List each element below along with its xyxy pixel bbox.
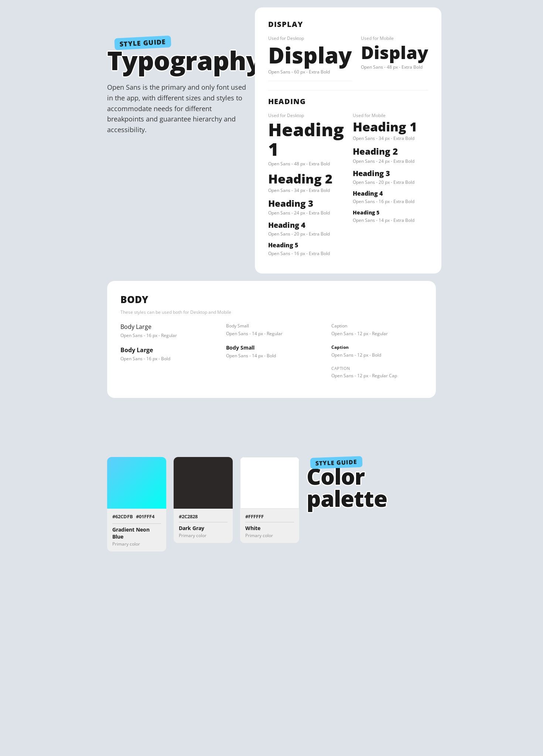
h3-mobile-spec: Open Sans - 20 px - Extra Bold [353,179,428,185]
h4-desktop-text: Heading 4 [268,221,344,229]
color-swatches-row: #62CDFB #01FFF4 Gradient Neon Blue Prima… [107,457,436,551]
body-card: BODY These styles can be used both for D… [107,281,436,398]
caption-regular-label: Caption [331,323,423,329]
color-palette-section: #62CDFB #01FFF4 Gradient Neon Blue Prima… [107,457,436,574]
swatch-white-info: #FFFFFF White Primary color [240,509,299,543]
h2-mobile-text: Heading 2 [353,147,428,156]
body-subtitle: These styles can be used both for Deskto… [120,309,423,315]
h5-desktop-spec: Open Sans - 16 px - Extra Bold [268,250,344,257]
swatch-gradient-role: Primary color [112,541,161,547]
h3-desktop-spec: Open Sans - 24 px - Extra Bold [268,210,344,216]
headings-mobile-used: Used for Mobile [353,112,428,118]
h2-desktop-spec: Open Sans - 34 px - Extra Bold [268,187,344,193]
h1-mobile-text: Heading 1 [353,120,428,134]
swatch-dark-gray-color-block [174,457,233,509]
swatch-gradient-neon-blue: #62CDFB #01FFF4 Gradient Neon Blue Prima… [107,457,166,551]
h2-mobile-spec: Open Sans - 24 px - Extra Bold [353,158,428,164]
spacer [107,405,436,427]
h3-mobile-text: Heading 3 [353,169,428,178]
heading-section: HEADING Used for Desktop Heading 1 Open … [268,96,428,262]
caption-regular-item: Caption Open Sans - 12 px - Regular [331,323,423,337]
h2-desktop-text: Heading 2 [268,172,344,186]
heading-row-h1-desktop: Heading 1 Open Sans - 48 px - Extra Bold [268,120,344,167]
heading-row-h5-mobile: Heading 5 Open Sans - 14 px - Extra Bold [353,210,428,223]
caption-bold-spec: Open Sans - 12 px - Bold [331,352,423,358]
heading-row-h3-mobile: Heading 3 Open Sans - 20 px - Extra Bold [353,169,428,185]
body-small-bold-item: Body Small Open Sans - 14 px - Bold [226,344,317,359]
headings-mobile: Used for Mobile Heading 1 Open Sans - 34… [353,112,428,262]
body-three-col: Body Large Open Sans - 16 px - Regular B… [120,323,423,386]
h5-mobile-text: Heading 5 [353,210,428,215]
swatch-gradient-color-block [107,457,166,509]
body-small-bold-label: Body Small [226,344,317,351]
heading-row-h3-desktop: Heading 3 Open Sans - 24 px - Extra Bold [268,199,344,216]
heading-row-h2-desktop: Heading 2 Open Sans - 34 px - Extra Bold [268,172,344,193]
section-divider [268,90,428,90]
caption-bold-label: Caption [331,344,423,350]
body-col-2: Body Small Open Sans - 14 px - Regular B… [224,323,319,386]
color-palette-title: Color palette [307,465,436,509]
body-small-bold-spec: Open Sans - 14 px - Bold [226,353,317,359]
heading-row-h5-desktop: Heading 5 Open Sans - 16 px - Extra Bold [268,242,344,257]
body-large-bold-text: Body Large [120,346,212,354]
body-large-regular-item: Body Large Open Sans - 16 px - Regular [120,323,212,339]
headings-desktop: Used for Desktop Heading 1 Open Sans - 4… [268,112,344,262]
h1-desktop-text: Heading 1 [268,120,344,159]
heading-row-h4-mobile: Heading 4 Open Sans - 16 px - Extra Bold [353,190,428,205]
left-panel: STYLE GUIDE Typography Open Sans is the … [107,7,247,142]
swatch-white-color-block [240,457,299,509]
swatch-gradient-name: Gradient Neon Blue [112,526,161,540]
display-grid: Used for Desktop Display Open Sans - 60 … [268,35,428,87]
body-large-bold-spec: Open Sans - 16 px - Bold [120,355,212,362]
color-guide-badge: STYLE GUIDE [310,456,363,469]
swatch-white-role: Primary color [245,532,294,539]
body-small-regular-label: Body Small [226,323,317,329]
body-col-3: Caption Open Sans - 12 px - Regular Capt… [328,323,423,386]
display-mobile-text: Display [361,43,428,62]
left-description: Open Sans is the primary and only font u… [107,82,247,135]
display-mobile: Used for Mobile Display Open Sans - 48 p… [361,35,428,87]
h1-desktop-spec: Open Sans - 48 px - Extra Bold [268,161,344,167]
typography-title: Typography [107,47,247,73]
body-col-1: Body Large Open Sans - 16 px - Regular B… [120,323,215,386]
hero-section: STYLE GUIDE Typography Open Sans is the … [107,7,436,274]
swatch-dark-gray-role: Primary color [179,532,228,539]
heading-row-h1-mobile: Heading 1 Open Sans - 34 px - Extra Bold [353,120,428,141]
body-section-label: BODY [120,293,423,306]
h3-desktop-text: Heading 3 [268,199,344,208]
caption-bold-item: Caption Open Sans - 12 px - Bold [331,344,423,358]
swatch-divider [112,523,161,524]
body-small-regular-item: Body Small Open Sans - 14 px - Regular [226,323,317,337]
swatch-dark-gray-hex: #2C2828 [179,513,228,520]
swatch-white-hex: #FFFFFF [245,513,294,520]
body-large-regular-spec: Open Sans - 16 px - Regular [120,332,212,339]
swatch-dark-gray-name: Dark Gray [179,525,228,532]
display-section-label: DISPLAY [268,19,428,29]
swatch-dark-gray-info: #2C2828 Dark Gray Primary color [174,509,233,543]
swatch-hex-1: #62CDFB [112,513,133,520]
swatch-gradient-hex-row: #62CDFB #01FFF4 [112,513,161,521]
heading-row-h2-mobile: Heading 2 Open Sans - 24 px - Extra Bold [353,147,428,164]
caption-cap-spec: Open Sans - 12 px - Regular Cap [331,372,423,379]
display-section: DISPLAY Used for Desktop Display Open Sa… [268,19,428,87]
caption-cap-item: CAPTION Open Sans - 12 px - Regular Cap [331,365,423,379]
heading-grid: Used for Desktop Heading 1 Open Sans - 4… [268,112,428,262]
h5-mobile-spec: Open Sans - 14 px - Extra Bold [353,217,428,223]
h4-mobile-spec: Open Sans - 16 px - Extra Bold [353,198,428,205]
swatch-gradient-info: #62CDFB #01FFF4 Gradient Neon Blue Prima… [107,509,166,551]
display-mobile-spec: Open Sans - 48 px - Extra Bold [361,64,428,70]
body-large-regular-text: Body Large [120,323,212,331]
display-desktop: Used for Desktop Display Open Sans - 60 … [268,35,352,81]
h4-desktop-spec: Open Sans - 20 px - Extra Bold [268,231,344,237]
swatch-white: #FFFFFF White Primary color [240,457,299,543]
caption-regular-spec: Open Sans - 12 px - Regular [331,330,423,337]
page-wrapper: STYLE GUIDE Typography Open Sans is the … [107,7,436,574]
heading-row-h4-desktop: Heading 4 Open Sans - 20 px - Extra Bold [268,221,344,237]
swatch-white-name: White [245,525,294,532]
swatch-dark-gray: #2C2828 Dark Gray Primary color [174,457,233,543]
h4-mobile-text: Heading 4 [353,190,428,197]
color-title-area: STYLE GUIDE Color palette [307,457,436,513]
body-large-bold-item: Body Large Open Sans - 16 px - Bold [120,346,212,362]
heading-section-label: HEADING [268,96,428,106]
h1-mobile-spec: Open Sans - 34 px - Extra Bold [353,135,428,141]
